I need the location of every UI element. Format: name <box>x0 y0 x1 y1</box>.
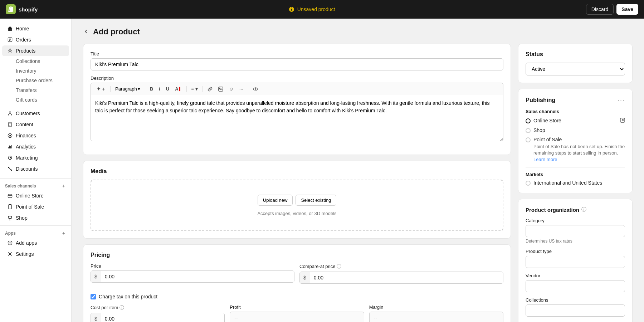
market-name: International and United States <box>533 180 602 186</box>
category-input[interactable] <box>526 225 625 237</box>
unsaved-banner: Unsaved product <box>38 6 586 12</box>
products-submenu: Collections Inventory Purchase orders Tr… <box>0 57 71 104</box>
collections-label: Collections <box>526 297 625 303</box>
toolbar-link-btn[interactable] <box>205 86 215 93</box>
sidebar-item-analytics[interactable]: Analytics <box>2 141 69 152</box>
compare-hint-icon: ⓘ <box>337 264 341 269</box>
sidebar-item-label: Home <box>16 26 29 31</box>
learn-more-link[interactable]: Learn more <box>533 157 557 162</box>
toolbar-ai-btn[interactable]: ✦ <box>94 85 108 93</box>
toolbar-paragraph-select[interactable]: Paragraph ▾ <box>113 85 142 93</box>
description-textarea[interactable]: Kiki's Premium Talc is a high-quality, f… <box>91 95 503 141</box>
publishing-header: Publishing ··· <box>526 96 625 104</box>
sidebar-item-label: Finances <box>16 133 36 138</box>
sidebar-sub-purchase-orders[interactable]: Purchase orders <box>13 76 71 85</box>
sidebar-item-content[interactable]: Content <box>2 119 69 130</box>
toolbar-bold-btn[interactable]: B <box>148 85 155 93</box>
logo-text: shopify <box>19 6 38 13</box>
sidebar-sub-collections[interactable]: Collections <box>13 57 71 66</box>
sidebar-sub-transfers[interactable]: Transfers <box>13 86 71 95</box>
sidebar-item-orders[interactable]: Orders <box>2 34 69 45</box>
svg-rect-4 <box>8 194 12 198</box>
title-input[interactable] <box>91 58 503 70</box>
channel-action-icon[interactable] <box>620 118 625 124</box>
discard-button[interactable]: Discard <box>586 4 614 15</box>
toolbar-italic-btn[interactable]: I <box>157 85 162 93</box>
title-group: Title <box>91 51 503 70</box>
status-title: Status <box>526 51 625 58</box>
toolbar-source-btn[interactable] <box>251 86 260 93</box>
select-existing-button[interactable]: Select existing <box>296 195 336 206</box>
svg-point-7 <box>9 220 10 220</box>
toolbar-underline-btn[interactable]: U <box>164 85 171 93</box>
collections-input[interactable] <box>526 304 625 317</box>
profit-input[interactable] <box>230 312 364 322</box>
product-type-label: Product type <box>526 249 625 254</box>
sidebar-item-finances[interactable]: Finances <box>2 130 69 141</box>
sidebar-sub-gift-cards[interactable]: Gift cards <box>13 95 71 104</box>
toolbar-color-btn[interactable]: A ▌ <box>173 85 184 93</box>
media-hint: Accepts images, videos, or 3D models <box>257 211 336 216</box>
toolbar-image-btn[interactable] <box>216 86 225 93</box>
cost-input[interactable] <box>101 313 225 322</box>
upload-new-button[interactable]: Upload new <box>258 195 293 206</box>
page-title: Add product <box>93 27 140 36</box>
sidebar-item-label: Marketing <box>16 155 38 161</box>
product-type-group: Product type <box>526 249 625 268</box>
charge-tax-checkbox[interactable] <box>91 294 96 299</box>
pricing-top-row: Price $ Compare-at price ⓘ <box>91 263 503 289</box>
product-org-card: Product organization ⓘ Category Determin… <box>518 199 633 322</box>
sidebar-item-settings[interactable]: Settings <box>2 249 69 259</box>
media-dropzone[interactable]: Upload new Select existing Accepts image… <box>91 180 503 231</box>
sidebar-item-add-apps[interactable]: Add apps <box>2 238 69 248</box>
compare-price-input[interactable] <box>310 272 503 283</box>
pricing-title: Pricing <box>91 252 503 258</box>
sidebar-item-label: Add apps <box>16 240 37 246</box>
price-input[interactable] <box>101 271 294 282</box>
vendor-input[interactable] <box>526 280 625 292</box>
save-button[interactable]: Save <box>616 4 638 15</box>
channel-icon <box>526 137 531 142</box>
svg-point-8 <box>10 220 11 220</box>
main-nav: Home Orders Products Collections Invento… <box>0 21 71 106</box>
market-item: International and United States <box>526 180 625 186</box>
publishing-menu-btn[interactable]: ··· <box>618 96 625 104</box>
sidebar-item-label: Online Store <box>16 193 44 199</box>
toolbar-emoji-btn[interactable]: ☺ <box>227 85 236 93</box>
sidebar-item-marketing[interactable]: Marketing <box>2 152 69 163</box>
sidebar-item-label: Discounts <box>16 166 38 172</box>
description-toolbar: ✦ Paragraph ▾ B I U A ▌ ≡ ▾ <box>91 83 503 95</box>
apps-label: Apps <box>0 228 71 237</box>
org-info-icon: ⓘ <box>581 206 586 213</box>
toolbar-more-btn[interactable]: ··· <box>237 85 245 93</box>
sidebar-item-shop[interactable]: Shop <box>2 213 69 223</box>
publishing-title: Publishing <box>526 97 556 103</box>
compare-price-input-wrapper: $ <box>299 272 503 284</box>
sidebar-item-point-of-sale[interactable]: Point of Sale <box>2 201 69 212</box>
back-button[interactable] <box>83 28 89 36</box>
sidebar-item-label: Customers <box>16 111 40 116</box>
vendor-label: Vendor <box>526 273 625 278</box>
left-column: Title Description ✦ Paragraph ▾ B <box>83 44 511 322</box>
charge-tax-label: Charge tax on this product <box>99 294 157 299</box>
svg-point-6 <box>10 208 10 209</box>
status-select[interactable]: Active Draft <box>526 63 625 75</box>
unsaved-label: Unsaved product <box>297 6 335 12</box>
product-type-input[interactable] <box>526 256 625 268</box>
sidebar-item-label: Analytics <box>16 144 36 150</box>
sidebar-item-products[interactable]: Products <box>2 45 69 56</box>
toolbar-align-btn[interactable]: ≡ ▾ <box>189 85 200 93</box>
sidebar-item-home[interactable]: Home <box>2 23 69 34</box>
sidebar-item-discounts[interactable]: Discounts <box>2 164 69 174</box>
sidebar-item-customers[interactable]: Customers <box>2 108 69 119</box>
sidebar-item-label: Orders <box>16 37 31 43</box>
margin-input[interactable] <box>369 312 503 322</box>
sidebar-sub-inventory[interactable]: Inventory <box>13 66 71 75</box>
channel-shop: Shop <box>526 127 625 133</box>
compare-price-group: Compare-at price ⓘ $ <box>299 263 503 284</box>
publishing-card: Publishing ··· Sales channels Online Sto… <box>518 89 633 193</box>
sidebar: Home Orders Products Collections Invento… <box>0 19 72 322</box>
compare-currency: $ <box>300 272 310 283</box>
svg-point-10 <box>9 253 11 255</box>
sidebar-item-online-store[interactable]: Online Store <box>2 190 69 201</box>
